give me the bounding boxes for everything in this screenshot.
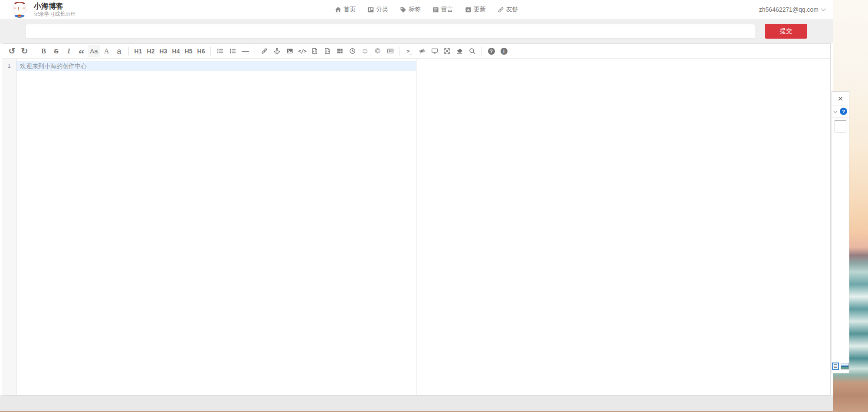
html-entities-button[interactable]: © xyxy=(371,45,384,57)
update-icon xyxy=(465,7,472,13)
image-button[interactable] xyxy=(283,45,296,57)
code-icon: </> xyxy=(298,49,306,54)
emoji-button[interactable]: ☺ xyxy=(359,45,371,57)
h6-button[interactable]: H6 xyxy=(195,45,207,57)
undo-button[interactable]: ↺ xyxy=(6,45,18,57)
image-view-icon[interactable] xyxy=(841,363,849,369)
site-logo-avatar[interactable] xyxy=(11,1,28,18)
h4-icon: H4 xyxy=(172,48,180,54)
side-widget-spacer xyxy=(832,132,849,363)
main-nav: 首页 分类 标签 留言 xyxy=(335,0,518,19)
active-line[interactable]: 欢迎来到小海的创作中心 xyxy=(16,61,416,71)
ucwords-button[interactable]: Aa xyxy=(88,45,100,57)
help-circle-icon[interactable]: ? xyxy=(840,108,847,115)
h1-button[interactable]: H1 xyxy=(132,45,144,57)
pagebreak-button[interactable] xyxy=(384,45,396,57)
side-widget-input[interactable] xyxy=(835,120,846,132)
unordered-list-button[interactable] xyxy=(214,45,226,57)
uppercase-button[interactable]: A xyxy=(100,45,113,57)
nav-label: 首页 xyxy=(344,6,356,13)
close-icon[interactable]: × xyxy=(832,92,849,105)
nav-label: 友链 xyxy=(506,6,518,13)
h4-button[interactable]: H4 xyxy=(170,45,182,57)
quote-button[interactable]: “ xyxy=(75,45,88,57)
logo-badge xyxy=(18,14,21,17)
lowercase-icon: a xyxy=(117,47,121,55)
line-number: 1 xyxy=(2,61,16,71)
nav-item-category[interactable]: 分类 xyxy=(367,6,388,13)
account-menu[interactable]: zh56462271@qq.com xyxy=(759,0,825,19)
italic-button[interactable]: I xyxy=(62,45,75,57)
nav-item-friend-links[interactable]: 友链 xyxy=(498,6,518,13)
list-ul-icon xyxy=(217,48,223,54)
redo-button[interactable]: ↻ xyxy=(18,45,31,57)
link-button[interactable] xyxy=(258,45,271,57)
line-number-gutter: 1 xyxy=(2,59,16,395)
datetime-button[interactable] xyxy=(346,45,359,57)
chevron-down-icon[interactable] xyxy=(833,109,838,113)
anchor-icon xyxy=(274,48,280,54)
fullscreen-button[interactable] xyxy=(441,45,453,57)
h5-icon: H5 xyxy=(185,48,193,54)
h3-button[interactable]: H3 xyxy=(157,45,170,57)
code-block-button[interactable] xyxy=(321,45,334,57)
h2-icon: H2 xyxy=(147,48,155,54)
uppercase-icon: A xyxy=(104,48,109,55)
logo-cheek xyxy=(23,7,25,9)
lowercase-button[interactable]: a xyxy=(113,45,125,57)
search-button[interactable] xyxy=(466,45,478,57)
ordered-list-button[interactable] xyxy=(226,45,239,57)
h5-button[interactable]: H5 xyxy=(182,45,195,57)
redo-icon: ↻ xyxy=(21,47,28,55)
logo-cheek xyxy=(14,7,16,9)
submit-button[interactable]: 提交 xyxy=(765,24,807,39)
terminal-icon: >_ xyxy=(406,49,412,54)
help-button[interactable]: ? xyxy=(485,45,498,57)
nav-item-update[interactable]: 更新 xyxy=(465,6,486,13)
nav-item-tag[interactable]: 标签 xyxy=(400,6,421,13)
preview-button[interactable] xyxy=(428,45,441,57)
strikethrough-button[interactable]: S xyxy=(50,45,62,57)
h2-button[interactable]: H2 xyxy=(144,45,157,57)
anchor-button[interactable] xyxy=(271,45,283,57)
table-icon xyxy=(337,48,343,54)
list-view-icon[interactable] xyxy=(832,363,839,370)
horizontal-rule-button[interactable]: — xyxy=(239,45,252,57)
watch-button[interactable] xyxy=(416,45,428,57)
desktop-icon xyxy=(431,48,438,54)
nav-label: 留言 xyxy=(441,6,453,13)
list-ol-icon xyxy=(229,48,236,54)
help-icon: ? xyxy=(488,48,495,55)
chevron-down-icon xyxy=(821,6,825,11)
bold-button[interactable]: B xyxy=(37,45,50,57)
file-code-icon xyxy=(311,48,318,54)
side-widget-view-toggle xyxy=(832,363,849,370)
page-footer xyxy=(0,396,833,411)
logo-mouth xyxy=(17,7,21,11)
ucwords-icon: Aa xyxy=(90,48,98,54)
message-icon xyxy=(432,7,439,13)
site-header: 小海博客 记录学习成长历程 首页 分类 标签 xyxy=(0,0,833,19)
nav-item-message[interactable]: 留言 xyxy=(432,6,453,13)
image-icon xyxy=(286,48,293,54)
info-icon: i xyxy=(501,48,508,55)
markdown-editor: ↺ ↻ B S I “ Aa A a H1 H2 H3 H4 H5 H6 — xyxy=(2,43,831,396)
code-button[interactable]: </> xyxy=(296,45,308,57)
account-email: zh56462271@qq.com xyxy=(759,6,819,13)
nav-item-home[interactable]: 首页 xyxy=(335,6,356,13)
goto-line-button[interactable]: >_ xyxy=(403,45,416,57)
code-input-area[interactable]: 欢迎来到小海的创作中心 xyxy=(16,59,416,395)
italic-icon: I xyxy=(67,48,70,55)
clear-button[interactable] xyxy=(453,45,466,57)
undo-icon: ↺ xyxy=(9,47,16,55)
table-button[interactable] xyxy=(334,45,346,57)
toolbar-separator xyxy=(255,47,255,56)
eraser-icon xyxy=(456,48,463,54)
bold-icon: B xyxy=(41,48,46,55)
site-subtitle: 记录学习成长历程 xyxy=(34,11,75,17)
nav-label: 更新 xyxy=(474,6,486,13)
preformatted-text-button[interactable] xyxy=(308,45,321,57)
post-title-input[interactable] xyxy=(26,24,755,39)
nav-label: 标签 xyxy=(409,6,421,13)
info-button[interactable]: i xyxy=(498,45,510,57)
